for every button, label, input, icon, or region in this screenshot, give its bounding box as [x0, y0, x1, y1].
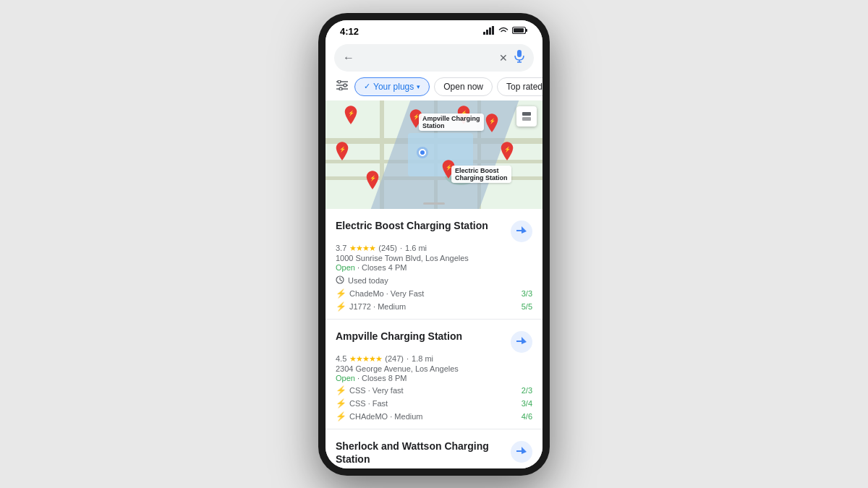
mic-icon[interactable]	[514, 50, 525, 66]
open-label-1: Open	[336, 263, 355, 272]
address-2: 2304 George Avenue, Los Angeles	[336, 364, 532, 373]
svg-rect-7	[517, 50, 522, 57]
charger-row-2-1: ⚡ CSS · Fast 3/4	[336, 398, 532, 408]
charger-type-2-0: CSS · Very fast	[349, 386, 404, 395]
wifi-icon	[498, 26, 509, 36]
charger-type-1-0: ChadeMo · Very Fast	[349, 289, 424, 298]
result-header-1: Electric Boost Charging Station	[336, 219, 532, 242]
phone-shell: 4:12	[318, 13, 550, 476]
direction-button-1[interactable]	[511, 221, 532, 242]
dot-1: ·	[400, 244, 402, 252]
svg-text:⚡: ⚡	[504, 146, 511, 153]
chip-top-rated[interactable]: Top rated	[497, 77, 542, 96]
result-name-1[interactable]: Electric Boost Charging Station	[336, 219, 511, 232]
charger-row-1-0: ⚡ ChadeMo · Very Fast 3/3	[336, 288, 532, 299]
map-label-electric-boost: Electric BoostCharging Station	[451, 166, 511, 183]
phone-screen: 4:12	[326, 20, 542, 468]
current-location-dot	[419, 149, 426, 156]
signal-icon	[483, 26, 495, 36]
bolt-icon-2-1: ⚡	[336, 398, 346, 408]
bolt-icon-1-0: ⚡	[336, 288, 346, 299]
reviews-1: (245)	[378, 244, 397, 252]
svg-text:⚡: ⚡	[489, 118, 496, 124]
filter-icon-button[interactable]	[334, 79, 350, 95]
result-item-ampville: Ampville Charging Station 4.5 ★★★★★ (247…	[326, 320, 542, 429]
map-background: ⚡ ⚡ ⚡ Ampville ChargingStation ⚡ ⚡	[326, 100, 542, 209]
map-pin-7[interactable]: ⚡	[365, 171, 380, 189]
address-1: 1000 Sunrise Town Blvd, Los Angeles	[336, 254, 532, 262]
svg-rect-1	[486, 30, 488, 35]
svg-text:⚡: ⚡	[339, 146, 346, 153]
charger-avail-2-2: 4/6	[522, 412, 532, 421]
reviews-3: (131)	[385, 467, 404, 468]
svg-point-13	[338, 80, 341, 83]
search-bar: ← Charging stations ✕	[334, 44, 534, 72]
rating-number-3: 4.2	[336, 467, 346, 468]
charger-avail-1-0: 3/3	[522, 289, 532, 298]
direction-button-2[interactable]	[511, 331, 532, 353]
result-header-2: Ampville Charging Station	[336, 330, 532, 353]
rating-number-2: 4.5	[336, 354, 346, 363]
check-icon: ✓	[364, 82, 370, 91]
rating-row-1: 3.7 ★★★★ (245) · 1.6 mi	[336, 244, 532, 253]
closes-label-1: · Closes 4 PM	[357, 263, 407, 272]
charger-row-2-2: ⚡ CHAdeMO · Medium 4/6	[336, 411, 532, 421]
result-header-3: Sherlock and Wattson Charging Station	[336, 440, 532, 466]
charger-type-2-1: CSS · Fast	[349, 399, 388, 408]
svg-text:⚡: ⚡	[348, 110, 355, 116]
charger-avail-1-1: 5/5	[522, 302, 532, 311]
direction-button-3[interactable]	[511, 441, 532, 463]
back-button[interactable]: ←	[343, 51, 354, 64]
result-item-electric-boost: Electric Boost Charging Station 3.7 ★★★★…	[326, 209, 542, 320]
rating-row-2: 4.5 ★★★★★ (247) · 1.8 mi	[336, 354, 532, 364]
svg-rect-5	[526, 29, 528, 32]
charger-row-2-0: ⚡ CSS · Very fast 2/3	[336, 385, 532, 395]
status-bar: 4:12	[326, 20, 542, 40]
chip-open-now[interactable]: Open now	[434, 77, 493, 96]
result-name-2[interactable]: Ampville Charging Station	[336, 330, 511, 343]
svg-rect-3	[492, 26, 494, 35]
svg-point-15	[339, 87, 342, 90]
map-drag-handle[interactable]	[423, 202, 445, 205]
clear-icon[interactable]: ✕	[499, 52, 508, 64]
svg-marker-29	[516, 447, 527, 454]
map-pin-1[interactable]: ⚡	[343, 106, 359, 124]
reviews-2: (247)	[385, 354, 404, 363]
status-icons	[483, 26, 528, 36]
svg-point-14	[344, 84, 346, 87]
search-bar-container: ← Charging stations ✕	[326, 40, 542, 74]
filter-chips: ✓ Your plugs ▾ Open now Top rated	[326, 74, 542, 100]
used-today-1: Used today	[336, 275, 532, 286]
open-label-2: Open	[336, 374, 355, 382]
battery-icon	[512, 26, 528, 36]
map-layers-button[interactable]	[516, 106, 537, 127]
chevron-down-icon: ▾	[417, 83, 420, 90]
used-today-label-1: Used today	[348, 276, 388, 285]
svg-rect-2	[489, 27, 491, 35]
status-time: 4:12	[340, 26, 359, 37]
distance-3: 2.1 mi	[412, 467, 433, 468]
charger-row-1-1: ⚡ J1772 · Medium 5/5	[336, 301, 532, 312]
map-area[interactable]: ⚡ ⚡ ⚡ Ampville ChargingStation ⚡ ⚡	[326, 100, 542, 209]
stars-2: ★★★★★	[349, 354, 382, 364]
bolt-icon-2-2: ⚡	[336, 411, 346, 421]
stars-1: ★★★★	[349, 244, 375, 253]
svg-text:⚡: ⚡	[370, 175, 377, 181]
map-pin-2[interactable]: ⚡	[334, 142, 350, 160]
bolt-icon-2-0: ⚡	[336, 385, 346, 395]
dot-3: ·	[407, 467, 409, 468]
rating-row-3: 4.2 ★★★★★ (131) · 2.1 mi	[336, 467, 532, 468]
map-pin-5[interactable]: ⚡	[484, 114, 500, 132]
distance-1: 1.6 mi	[405, 244, 427, 252]
bolt-icon-1-1: ⚡	[336, 301, 346, 312]
svg-rect-24	[522, 112, 531, 116]
svg-rect-0	[483, 32, 485, 35]
rating-number-1: 3.7	[336, 244, 346, 252]
dot-2: ·	[407, 354, 409, 363]
map-pin-6[interactable]: ⚡	[499, 142, 515, 160]
search-input[interactable]: Charging stations	[360, 52, 493, 64]
open-status-2: Open · Closes 8 PM	[336, 374, 532, 382]
result-name-3[interactable]: Sherlock and Wattson Charging Station	[336, 440, 511, 466]
results-list: Electric Boost Charging Station 3.7 ★★★★…	[326, 209, 542, 468]
chip-your-plugs[interactable]: ✓ Your plugs ▾	[354, 77, 430, 96]
